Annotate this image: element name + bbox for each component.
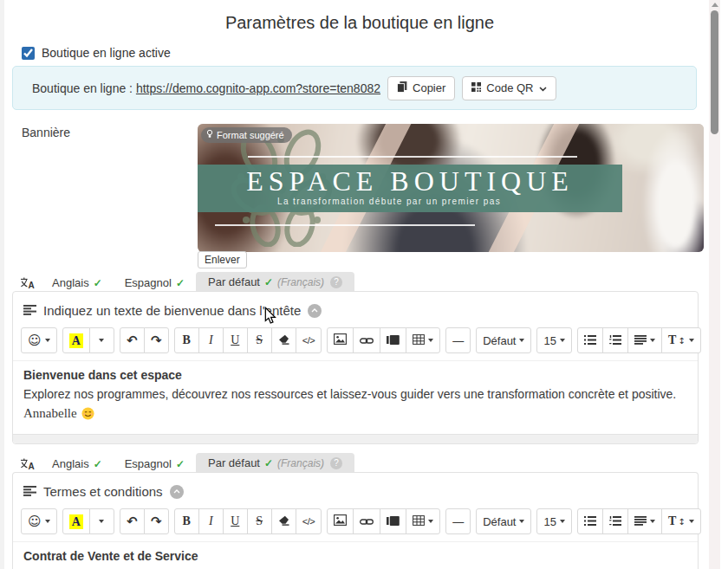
- editor-resize-bar[interactable]: [13, 434, 698, 443]
- redo-button[interactable]: ↷: [144, 508, 169, 534]
- ordered-list-icon: [609, 515, 621, 528]
- svg-text:A: A: [29, 281, 35, 289]
- welcome-editor-title: Indiquez un texte de bienvenue dans l'en…: [43, 303, 301, 318]
- caret-down-icon: [650, 339, 655, 342]
- bold-button[interactable]: B: [174, 327, 199, 353]
- insert-link-button[interactable]: [353, 508, 380, 534]
- caret-down-icon: [99, 339, 104, 342]
- eraser-icon: [278, 334, 289, 347]
- welcome-signature: Annabelle: [23, 404, 687, 424]
- shop-url-link[interactable]: https://demo.cognito-app.com?store=ten80…: [136, 81, 380, 95]
- help-icon[interactable]: ?: [330, 276, 342, 288]
- paragraph-align-button[interactable]: [627, 327, 662, 353]
- code-view-button[interactable]: </>: [296, 508, 322, 534]
- updown-arrow-icon: ↕: [678, 336, 685, 346]
- picture-icon: [334, 333, 347, 347]
- caret-down-icon: [650, 520, 655, 523]
- undo-icon: ↶: [127, 515, 138, 528]
- undo-icon: ↶: [127, 334, 138, 347]
- line-height-button[interactable]: T↕: [661, 327, 701, 353]
- insert-picture-button[interactable]: [327, 508, 354, 534]
- chevron-up-icon: [311, 308, 318, 313]
- underline-button[interactable]: U: [223, 508, 248, 534]
- bold-button[interactable]: B: [174, 508, 199, 534]
- banner-title: ESPACE BOUTIQUE: [198, 165, 622, 197]
- unordered-list-button[interactable]: [577, 508, 603, 534]
- copy-icon: [397, 81, 407, 95]
- format-suggested-badge: Format suggéré: [201, 127, 292, 143]
- horizontal-rule-button[interactable]: —: [445, 327, 471, 353]
- clear-format-button[interactable]: [271, 508, 296, 534]
- align-left-icon: [23, 484, 36, 499]
- terms-editor-content[interactable]: Contrat de Vente et de Service: [13, 542, 698, 569]
- italic-button[interactable]: I: [198, 327, 224, 353]
- font-family-dropdown[interactable]: Défaut: [476, 508, 531, 534]
- horizontal-rule-button[interactable]: —: [445, 508, 471, 534]
- font-family-dropdown[interactable]: Défaut: [476, 327, 531, 353]
- redo-button[interactable]: ↷: [144, 327, 169, 353]
- caret-down-icon: [560, 520, 565, 523]
- scrollbar-thumb[interactable]: [711, 10, 718, 134]
- welcome-editor-panel: Indiquez un texte de bienvenue dans l'en…: [12, 291, 699, 444]
- font-size-dropdown[interactable]: 15: [536, 327, 571, 353]
- code-view-button[interactable]: </>: [296, 327, 322, 353]
- caret-down-icon: [519, 520, 524, 523]
- shop-active-checkbox[interactable]: [22, 47, 35, 60]
- clear-format-button[interactable]: [271, 327, 296, 353]
- collapse-section-button[interactable]: [170, 485, 184, 499]
- collapse-section-button[interactable]: [308, 304, 322, 318]
- shop-active-label: Boutique en ligne active: [42, 46, 171, 60]
- caret-down-icon: [45, 339, 50, 342]
- welcome-editor-content[interactable]: Bienvenue dans cet espace Explorez nos p…: [13, 361, 698, 427]
- welcome-editor-header[interactable]: Indiquez un texte de bienvenue dans l'en…: [13, 292, 698, 326]
- left-gutter: [0, 0, 4, 569]
- underline-button[interactable]: U: [223, 327, 248, 353]
- insert-video-button[interactable]: [380, 508, 406, 534]
- insert-video-button[interactable]: [380, 327, 406, 353]
- terms-editor-title: Termes et conditions: [43, 484, 163, 499]
- italic-button[interactable]: I: [198, 508, 224, 534]
- insert-link-button[interactable]: [353, 327, 380, 353]
- welcome-heading: Bienvenue dans cet espace: [23, 366, 687, 385]
- caret-down-icon: [99, 520, 104, 523]
- insert-picture-button[interactable]: [327, 327, 354, 353]
- remove-banner-button[interactable]: Enlever: [198, 251, 247, 268]
- font-color-button[interactable]: A: [62, 508, 90, 534]
- svg-text:A: A: [29, 462, 35, 470]
- paragraph-align-button[interactable]: [627, 508, 662, 534]
- qr-code-button[interactable]: Code QR: [462, 76, 556, 100]
- share-infobar: Boutique en ligne : https://demo.cognito…: [12, 66, 697, 110]
- unordered-list-button[interactable]: [577, 327, 603, 353]
- emoji-icon: ☺: [28, 515, 42, 528]
- caret-down-icon: [428, 339, 433, 342]
- ordered-list-button[interactable]: [602, 508, 628, 534]
- ordered-list-button[interactable]: [602, 327, 628, 353]
- chevron-down-icon: [539, 81, 547, 94]
- check-icon: ✓: [94, 458, 102, 470]
- font-size-dropdown[interactable]: 15: [536, 508, 571, 534]
- terms-editor-header[interactable]: Termes et conditions: [13, 473, 698, 507]
- insert-table-button[interactable]: [406, 327, 440, 353]
- shop-active-toggle-row[interactable]: Boutique en ligne active: [22, 46, 171, 60]
- undo-button[interactable]: ↶: [120, 327, 145, 353]
- undo-button[interactable]: ↶: [120, 508, 145, 534]
- font-color-more-button[interactable]: [89, 327, 114, 353]
- video-icon: [387, 334, 400, 347]
- caret-down-icon: [560, 339, 565, 342]
- emoji-button[interactable]: ☺: [21, 327, 57, 353]
- font-color-button[interactable]: A: [62, 327, 90, 353]
- emoji-button[interactable]: ☺: [21, 508, 57, 534]
- editor-toolbar-terms: ☺ A ↶ ↷ B I U S </>: [13, 507, 698, 542]
- strikethrough-button[interactable]: S: [247, 508, 272, 534]
- terms-editor-panel: Termes et conditions ☺ A ↶ ↷ B I U S </>: [12, 472, 699, 569]
- scrollbar-up-arrow[interactable]: [712, 3, 718, 7]
- page-title: Paramètres de la boutique en ligne: [26, 13, 693, 33]
- chevron-up-icon: [173, 489, 180, 494]
- strikethrough-button[interactable]: S: [247, 327, 272, 353]
- insert-table-button[interactable]: [406, 508, 440, 534]
- help-icon[interactable]: ?: [330, 457, 342, 469]
- updown-arrow-icon: ↕: [678, 517, 685, 527]
- line-height-button[interactable]: T↕: [661, 508, 701, 534]
- copy-button[interactable]: Copier: [387, 76, 455, 100]
- font-color-more-button[interactable]: [89, 508, 114, 534]
